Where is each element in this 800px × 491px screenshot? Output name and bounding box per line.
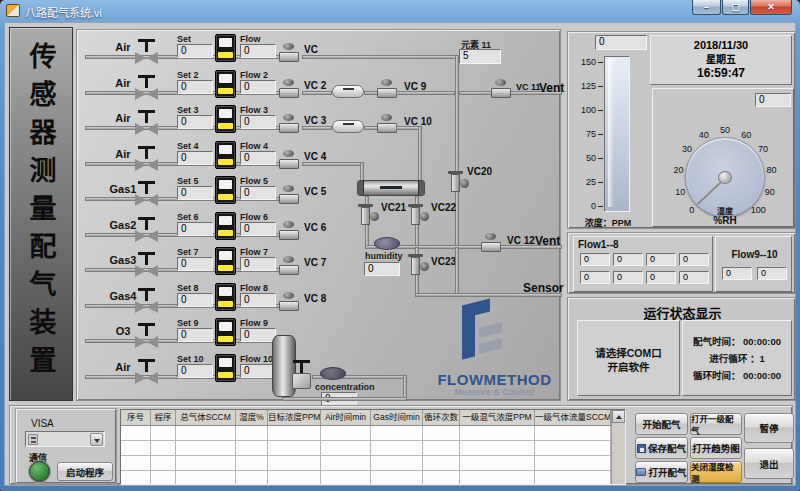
status-info-box: 配气时间： 00:00:00 进行循环 ：1 循环时间： 00:00:00: [682, 320, 792, 396]
sidebar-title: 传感器测量配气装置: [22, 42, 61, 384]
pipe: [302, 55, 459, 59]
table-cell: [423, 441, 460, 456]
table-cell: [371, 441, 423, 456]
scroll-up-icon[interactable]: [612, 410, 625, 423]
set-input[interactable]: 0: [177, 151, 213, 165]
gas-schematic-panel: AirSet0Flow0VCAirSet 20Flow 20VC 2AirSet…: [76, 29, 561, 401]
concentration-sensor-icon: [320, 367, 346, 380]
flow1-8-label: Flow1--8: [578, 239, 619, 250]
bar-tick-label: 150: [568, 57, 596, 67]
set-input[interactable]: 0: [177, 44, 213, 58]
start-program-button[interactable]: 启动程序: [57, 462, 113, 481]
set-input[interactable]: 0: [177, 80, 213, 94]
vc-valve-icon[interactable]: [278, 185, 300, 203]
weekday-text: 星期五: [651, 51, 791, 66]
table-cell: [268, 426, 321, 441]
vc-valve-icon[interactable]: [278, 292, 300, 310]
table-cell: [371, 456, 423, 471]
vc-valve-label: VC 6: [304, 222, 326, 233]
flow9-10-label: Flow9--10: [716, 249, 793, 260]
vc22-valve-icon[interactable]: [407, 204, 429, 228]
vc-valve-icon[interactable]: [278, 79, 300, 97]
vc-valve-label: VC 3: [304, 115, 326, 126]
table-header-cell: 序号: [121, 410, 151, 426]
close-humidity-button[interactable]: 关闭湿度检测: [690, 461, 742, 483]
open-trend-button[interactable]: 打开趋势图: [690, 437, 742, 459]
element11-input[interactable]: 5: [459, 49, 501, 64]
open-mix-button[interactable]: 打开配气: [635, 461, 688, 483]
table-cell: [535, 456, 611, 471]
bar-tick-label: 75: [568, 129, 596, 139]
vc23-label: VC23: [431, 256, 456, 267]
flow-label: Flow 7: [240, 247, 268, 257]
concentration-bar-gauge: [604, 56, 630, 212]
manual-valve-icon: [135, 323, 158, 349]
set-label: Set 5: [177, 176, 199, 186]
flow-value-box: 0: [580, 253, 610, 266]
vc9-valve-icon[interactable]: [376, 79, 398, 97]
mfc-device-icon: [215, 70, 236, 98]
flow-display-panel: Flow1--8 00000000 Flow9--10 00: [567, 232, 796, 294]
dial-tick-label: 40: [699, 130, 709, 140]
pause-button[interactable]: 暂停: [744, 413, 794, 443]
table-cell: [423, 426, 460, 441]
pipe: [455, 55, 459, 247]
open-primary-mix-button[interactable]: 打开一级配气: [690, 413, 742, 435]
table-cell: [176, 456, 236, 471]
vc-valve-icon[interactable]: [278, 221, 300, 239]
pipe: [302, 162, 364, 166]
table-cell: [535, 426, 611, 441]
maximize-button[interactable]: ▢: [722, 0, 749, 15]
vent-mid-label: Vent: [535, 234, 560, 248]
visa-resource-combobox[interactable]: [25, 431, 105, 447]
set-label: Set 3: [177, 105, 199, 115]
table-cell: [423, 456, 460, 471]
set-input[interactable]: 0: [177, 186, 213, 200]
save-mix-button[interactable]: 保存配气: [635, 437, 688, 459]
table-header-cell: 程序: [151, 410, 176, 426]
program-table[interactable]: 序号程序总气体SCCM湿度%目标浓度PPMAir时间minGas时间min循环次…: [120, 409, 626, 485]
set-input[interactable]: 0: [177, 115, 213, 129]
table-cell: [460, 471, 535, 485]
vc20-valve-icon[interactable]: [447, 171, 469, 195]
table-cell: [423, 471, 460, 485]
vc11-valve-icon[interactable]: [490, 79, 512, 97]
minimize-button[interactable]: –: [692, 0, 721, 15]
exit-button[interactable]: 退出: [744, 448, 794, 479]
vc23-valve-icon[interactable]: [407, 254, 429, 278]
save-button-label: 保存配气: [648, 441, 686, 455]
vc-valve-icon[interactable]: [278, 150, 300, 168]
combo-dropdown-button[interactable]: [90, 433, 103, 446]
start-mix-button[interactable]: 开始配气: [635, 413, 688, 435]
cycle-count-text: 进行循环 ：1: [683, 350, 791, 367]
pipe: [302, 126, 332, 130]
set-input[interactable]: 0: [177, 364, 213, 378]
dial-tick-label: 80: [766, 165, 776, 175]
flow-display: 0: [240, 222, 276, 236]
set-input[interactable]: 0: [177, 328, 213, 342]
mfc-device-icon: [215, 247, 236, 275]
vc-valve-icon[interactable]: [278, 256, 300, 274]
titlebar[interactable]: 八路配气系统.vi – ▢ ✕: [0, 0, 800, 22]
vc10-valve-icon[interactable]: [376, 114, 398, 132]
dial-tick-label: 10: [675, 187, 685, 197]
bar-tick-mark: [598, 62, 603, 63]
vc12-valve-icon[interactable]: [480, 233, 502, 251]
set-input[interactable]: 0: [177, 293, 213, 307]
table-cell: [321, 426, 371, 441]
vc-valve-icon[interactable]: [278, 114, 300, 132]
table-cell: [236, 471, 268, 485]
vc21-valve-icon[interactable]: [357, 204, 379, 228]
mfc-device-icon: [215, 105, 236, 133]
pipe: [396, 91, 455, 95]
vc-valve-icon[interactable]: [278, 43, 300, 61]
set-input[interactable]: 0: [177, 222, 213, 236]
vent-top-label: Vent: [539, 81, 564, 95]
window-controls: – ▢ ✕: [692, 0, 792, 15]
set-input[interactable]: 0: [177, 257, 213, 271]
close-button[interactable]: ✕: [750, 0, 792, 15]
pipe: [282, 397, 407, 401]
vc12-label: VC 12: [507, 235, 535, 246]
table-cell: [371, 426, 423, 441]
table-scrollbar[interactable]: [611, 410, 625, 484]
